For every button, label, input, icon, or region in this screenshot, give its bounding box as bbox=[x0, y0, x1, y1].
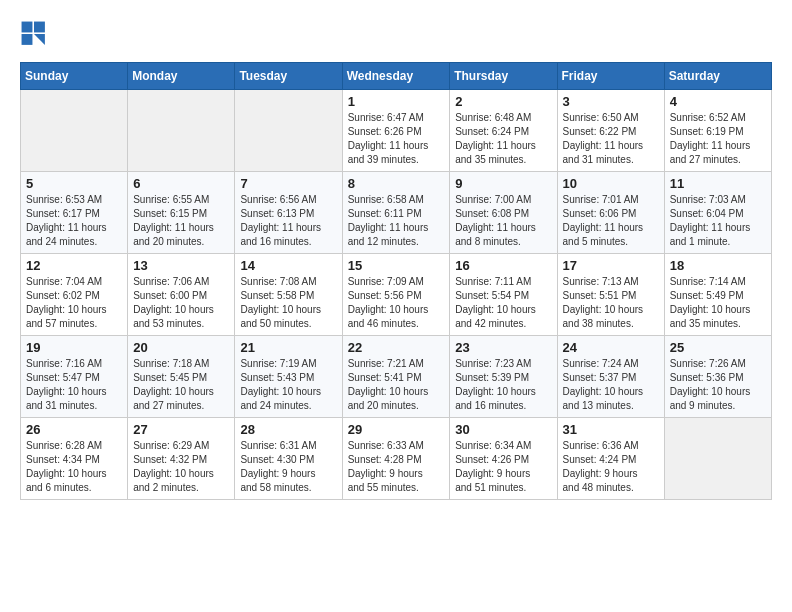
day-info: Sunrise: 6:58 AM Sunset: 6:11 PM Dayligh… bbox=[348, 193, 445, 249]
weekday-header-friday: Friday bbox=[557, 63, 664, 90]
logo bbox=[20, 20, 50, 48]
calendar-cell: 21Sunrise: 7:19 AM Sunset: 5:43 PM Dayli… bbox=[235, 336, 342, 418]
day-number: 28 bbox=[240, 422, 336, 437]
day-number: 15 bbox=[348, 258, 445, 273]
calendar-cell: 30Sunrise: 6:34 AM Sunset: 4:26 PM Dayli… bbox=[450, 418, 557, 500]
day-number: 30 bbox=[455, 422, 551, 437]
weekday-header-tuesday: Tuesday bbox=[235, 63, 342, 90]
week-row-2: 5Sunrise: 6:53 AM Sunset: 6:17 PM Daylig… bbox=[21, 172, 772, 254]
calendar-cell: 24Sunrise: 7:24 AM Sunset: 5:37 PM Dayli… bbox=[557, 336, 664, 418]
calendar-cell: 1Sunrise: 6:47 AM Sunset: 6:26 PM Daylig… bbox=[342, 90, 450, 172]
calendar-cell: 18Sunrise: 7:14 AM Sunset: 5:49 PM Dayli… bbox=[664, 254, 771, 336]
day-info: Sunrise: 7:14 AM Sunset: 5:49 PM Dayligh… bbox=[670, 275, 766, 331]
calendar-cell: 27Sunrise: 6:29 AM Sunset: 4:32 PM Dayli… bbox=[128, 418, 235, 500]
day-number: 29 bbox=[348, 422, 445, 437]
day-number: 18 bbox=[670, 258, 766, 273]
day-number: 20 bbox=[133, 340, 229, 355]
day-info: Sunrise: 7:16 AM Sunset: 5:47 PM Dayligh… bbox=[26, 357, 122, 413]
day-number: 14 bbox=[240, 258, 336, 273]
weekday-header-sunday: Sunday bbox=[21, 63, 128, 90]
calendar-cell: 17Sunrise: 7:13 AM Sunset: 5:51 PM Dayli… bbox=[557, 254, 664, 336]
day-info: Sunrise: 7:04 AM Sunset: 6:02 PM Dayligh… bbox=[26, 275, 122, 331]
calendar-cell: 29Sunrise: 6:33 AM Sunset: 4:28 PM Dayli… bbox=[342, 418, 450, 500]
day-info: Sunrise: 7:24 AM Sunset: 5:37 PM Dayligh… bbox=[563, 357, 659, 413]
day-number: 25 bbox=[670, 340, 766, 355]
day-number: 13 bbox=[133, 258, 229, 273]
day-number: 11 bbox=[670, 176, 766, 191]
week-row-3: 12Sunrise: 7:04 AM Sunset: 6:02 PM Dayli… bbox=[21, 254, 772, 336]
calendar-cell: 16Sunrise: 7:11 AM Sunset: 5:54 PM Dayli… bbox=[450, 254, 557, 336]
day-number: 5 bbox=[26, 176, 122, 191]
weekday-header-thursday: Thursday bbox=[450, 63, 557, 90]
day-info: Sunrise: 6:34 AM Sunset: 4:26 PM Dayligh… bbox=[455, 439, 551, 495]
calendar-cell: 6Sunrise: 6:55 AM Sunset: 6:15 PM Daylig… bbox=[128, 172, 235, 254]
calendar-cell: 19Sunrise: 7:16 AM Sunset: 5:47 PM Dayli… bbox=[21, 336, 128, 418]
calendar-cell: 3Sunrise: 6:50 AM Sunset: 6:22 PM Daylig… bbox=[557, 90, 664, 172]
weekday-header-monday: Monday bbox=[128, 63, 235, 90]
day-info: Sunrise: 6:48 AM Sunset: 6:24 PM Dayligh… bbox=[455, 111, 551, 167]
day-number: 10 bbox=[563, 176, 659, 191]
day-number: 16 bbox=[455, 258, 551, 273]
day-number: 24 bbox=[563, 340, 659, 355]
svg-rect-2 bbox=[22, 34, 33, 45]
calendar-cell: 14Sunrise: 7:08 AM Sunset: 5:58 PM Dayli… bbox=[235, 254, 342, 336]
day-info: Sunrise: 7:13 AM Sunset: 5:51 PM Dayligh… bbox=[563, 275, 659, 331]
day-number: 22 bbox=[348, 340, 445, 355]
week-row-5: 26Sunrise: 6:28 AM Sunset: 4:34 PM Dayli… bbox=[21, 418, 772, 500]
day-info: Sunrise: 7:08 AM Sunset: 5:58 PM Dayligh… bbox=[240, 275, 336, 331]
day-number: 23 bbox=[455, 340, 551, 355]
calendar-cell: 11Sunrise: 7:03 AM Sunset: 6:04 PM Dayli… bbox=[664, 172, 771, 254]
calendar-cell: 12Sunrise: 7:04 AM Sunset: 6:02 PM Dayli… bbox=[21, 254, 128, 336]
day-info: Sunrise: 6:50 AM Sunset: 6:22 PM Dayligh… bbox=[563, 111, 659, 167]
day-number: 19 bbox=[26, 340, 122, 355]
day-info: Sunrise: 7:06 AM Sunset: 6:00 PM Dayligh… bbox=[133, 275, 229, 331]
day-info: Sunrise: 6:28 AM Sunset: 4:34 PM Dayligh… bbox=[26, 439, 122, 495]
day-number: 6 bbox=[133, 176, 229, 191]
day-info: Sunrise: 6:31 AM Sunset: 4:30 PM Dayligh… bbox=[240, 439, 336, 495]
svg-marker-3 bbox=[34, 34, 45, 45]
day-number: 1 bbox=[348, 94, 445, 109]
day-number: 21 bbox=[240, 340, 336, 355]
calendar-cell: 2Sunrise: 6:48 AM Sunset: 6:24 PM Daylig… bbox=[450, 90, 557, 172]
calendar-cell: 7Sunrise: 6:56 AM Sunset: 6:13 PM Daylig… bbox=[235, 172, 342, 254]
week-row-4: 19Sunrise: 7:16 AM Sunset: 5:47 PM Dayli… bbox=[21, 336, 772, 418]
svg-rect-1 bbox=[34, 22, 45, 33]
day-info: Sunrise: 7:19 AM Sunset: 5:43 PM Dayligh… bbox=[240, 357, 336, 413]
calendar-cell: 9Sunrise: 7:00 AM Sunset: 6:08 PM Daylig… bbox=[450, 172, 557, 254]
day-info: Sunrise: 6:55 AM Sunset: 6:15 PM Dayligh… bbox=[133, 193, 229, 249]
calendar-cell: 31Sunrise: 6:36 AM Sunset: 4:24 PM Dayli… bbox=[557, 418, 664, 500]
weekday-header-wednesday: Wednesday bbox=[342, 63, 450, 90]
calendar-cell bbox=[664, 418, 771, 500]
day-number: 9 bbox=[455, 176, 551, 191]
calendar-cell: 26Sunrise: 6:28 AM Sunset: 4:34 PM Dayli… bbox=[21, 418, 128, 500]
calendar-cell: 10Sunrise: 7:01 AM Sunset: 6:06 PM Dayli… bbox=[557, 172, 664, 254]
calendar-cell: 22Sunrise: 7:21 AM Sunset: 5:41 PM Dayli… bbox=[342, 336, 450, 418]
day-number: 3 bbox=[563, 94, 659, 109]
day-number: 31 bbox=[563, 422, 659, 437]
day-info: Sunrise: 6:53 AM Sunset: 6:17 PM Dayligh… bbox=[26, 193, 122, 249]
calendar-table: SundayMondayTuesdayWednesdayThursdayFrid… bbox=[20, 62, 772, 500]
calendar-cell: 13Sunrise: 7:06 AM Sunset: 6:00 PM Dayli… bbox=[128, 254, 235, 336]
day-info: Sunrise: 7:01 AM Sunset: 6:06 PM Dayligh… bbox=[563, 193, 659, 249]
logo-icon bbox=[20, 20, 48, 48]
day-number: 4 bbox=[670, 94, 766, 109]
day-number: 2 bbox=[455, 94, 551, 109]
day-info: Sunrise: 7:03 AM Sunset: 6:04 PM Dayligh… bbox=[670, 193, 766, 249]
calendar-cell bbox=[235, 90, 342, 172]
calendar-cell: 15Sunrise: 7:09 AM Sunset: 5:56 PM Dayli… bbox=[342, 254, 450, 336]
day-info: Sunrise: 7:21 AM Sunset: 5:41 PM Dayligh… bbox=[348, 357, 445, 413]
day-info: Sunrise: 6:36 AM Sunset: 4:24 PM Dayligh… bbox=[563, 439, 659, 495]
day-info: Sunrise: 7:18 AM Sunset: 5:45 PM Dayligh… bbox=[133, 357, 229, 413]
calendar-cell: 28Sunrise: 6:31 AM Sunset: 4:30 PM Dayli… bbox=[235, 418, 342, 500]
week-row-1: 1Sunrise: 6:47 AM Sunset: 6:26 PM Daylig… bbox=[21, 90, 772, 172]
day-info: Sunrise: 7:23 AM Sunset: 5:39 PM Dayligh… bbox=[455, 357, 551, 413]
header bbox=[20, 20, 772, 48]
day-number: 26 bbox=[26, 422, 122, 437]
calendar-cell: 20Sunrise: 7:18 AM Sunset: 5:45 PM Dayli… bbox=[128, 336, 235, 418]
day-info: Sunrise: 6:56 AM Sunset: 6:13 PM Dayligh… bbox=[240, 193, 336, 249]
day-number: 17 bbox=[563, 258, 659, 273]
calendar-cell bbox=[21, 90, 128, 172]
day-info: Sunrise: 6:33 AM Sunset: 4:28 PM Dayligh… bbox=[348, 439, 445, 495]
day-info: Sunrise: 7:00 AM Sunset: 6:08 PM Dayligh… bbox=[455, 193, 551, 249]
day-info: Sunrise: 6:47 AM Sunset: 6:26 PM Dayligh… bbox=[348, 111, 445, 167]
